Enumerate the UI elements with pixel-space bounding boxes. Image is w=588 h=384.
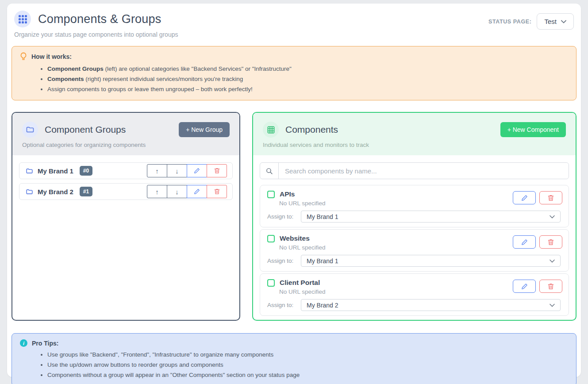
components-grid-icon: [14, 11, 31, 27]
component-name: Client Portal: [280, 279, 320, 287]
group-order-badge: #0: [80, 166, 92, 176]
chevron-down-icon: [550, 215, 555, 219]
pencil-icon: [521, 283, 528, 290]
info-icon: i: [20, 339, 27, 347]
component-checkbox[interactable]: [267, 279, 275, 287]
group-name: My Brand 1: [38, 167, 73, 175]
folder-icon: [26, 167, 33, 175]
assigned-group-value: My Brand 1: [307, 257, 338, 265]
delete-component-button[interactable]: [539, 191, 562, 204]
components-panel: Components + New Component Individual se…: [252, 112, 576, 321]
assign-group-select[interactable]: My Brand 1: [301, 211, 561, 223]
move-up-button[interactable]: ↑: [147, 185, 167, 198]
pro-tip-item: Components without a group will appear i…: [47, 370, 568, 380]
assigned-group-value: My Brand 1: [307, 213, 338, 220]
pro-tips-title: Pro Tips:: [32, 340, 58, 347]
assign-group-select[interactable]: My Brand 2: [301, 299, 561, 311]
edit-group-button[interactable]: [187, 164, 207, 177]
trash-icon: [214, 168, 220, 174]
status-page-select[interactable]: Test: [537, 13, 574, 30]
trash-icon: [548, 239, 554, 246]
chevron-down-icon: [550, 259, 555, 263]
group-row: My Brand 1 #0 ↑ ↓: [19, 162, 233, 179]
chevron-down-icon: [561, 20, 566, 23]
edit-component-button[interactable]: [513, 280, 536, 293]
new-component-button[interactable]: + New Component: [500, 122, 566, 137]
status-page-value: Test: [544, 18, 557, 25]
pencil-icon: [521, 195, 528, 201]
main-card: Components & Groups Organize your status…: [7, 4, 581, 377]
search-icon: [260, 163, 279, 179]
pencil-icon: [194, 168, 200, 174]
how-it-works-item: Assign components to groups or leave the…: [47, 84, 568, 94]
chevron-down-icon: [550, 303, 555, 307]
assign-to-label: Assign to:: [267, 213, 301, 220]
delete-group-button[interactable]: [207, 185, 227, 198]
page-subtitle: Organize your status page components int…: [14, 31, 178, 38]
groups-panel-title: Component Groups: [45, 124, 179, 135]
groups-panel-subtitle: Optional categories for organizing compo…: [22, 142, 230, 148]
component-card: Websites No URL specified Assign to: My …: [260, 229, 569, 272]
how-it-works-box: How it works: Component Groups (left) ar…: [12, 46, 576, 100]
pro-tip-item: Use the up/down arrow buttons to reorder…: [47, 360, 568, 370]
status-page-label: STATUS PAGE:: [488, 19, 531, 25]
assign-to-label: Assign to:: [267, 257, 301, 264]
how-it-works-list: Component Groups (left) are optional cat…: [20, 64, 568, 94]
trash-icon: [548, 195, 554, 201]
pro-tips-box: i Pro Tips: Use groups like "Backend", "…: [12, 333, 576, 384]
move-down-button[interactable]: ↓: [167, 164, 187, 177]
folder-icon: [22, 122, 38, 138]
edit-component-button[interactable]: [513, 235, 536, 249]
how-it-works-title: How it works:: [31, 53, 72, 60]
assign-to-label: Assign to:: [267, 302, 301, 308]
how-it-works-item: Component Groups (left) are optional cat…: [47, 64, 568, 74]
components-panel-title: Components: [285, 124, 500, 135]
component-name: APIs: [280, 190, 295, 198]
assigned-group-value: My Brand 2: [307, 302, 338, 309]
component-groups-panel: Component Groups + New Group Optional ca…: [12, 112, 240, 321]
edit-component-button[interactable]: [513, 191, 536, 204]
pencil-icon: [194, 188, 200, 195]
delete-group-button[interactable]: [207, 164, 227, 177]
how-it-works-item: Components (right) represent individual …: [47, 74, 568, 84]
pencil-icon: [521, 239, 528, 246]
component-name: Websites: [280, 234, 310, 242]
delete-component-button[interactable]: [539, 235, 562, 249]
component-checkbox[interactable]: [267, 191, 275, 198]
search-input[interactable]: [279, 163, 569, 179]
edit-group-button[interactable]: [187, 185, 207, 198]
groups-list: My Brand 1 #0 ↑ ↓ My B: [12, 155, 239, 320]
component-search: [260, 162, 569, 179]
pro-tip-item: Use groups like "Backend", "Frontend", "…: [47, 349, 568, 360]
new-group-button[interactable]: + New Group: [179, 122, 230, 137]
lightbulb-icon: [20, 52, 27, 61]
page-header: Components & Groups Organize your status…: [12, 11, 576, 38]
delete-component-button[interactable]: [539, 280, 562, 293]
page-title: Components & Groups: [38, 12, 161, 26]
trash-icon: [548, 283, 554, 290]
component-card: Client Portal No URL specified Assign to…: [260, 273, 569, 316]
assign-group-select[interactable]: My Brand 1: [301, 255, 561, 267]
move-down-button[interactable]: ↓: [167, 185, 187, 198]
folder-icon: [26, 188, 33, 196]
move-up-button[interactable]: ↑: [147, 164, 167, 177]
table-icon: [263, 122, 279, 138]
group-order-badge: #1: [80, 187, 92, 196]
trash-icon: [214, 188, 220, 195]
component-checkbox[interactable]: [267, 235, 275, 242]
components-panel-subtitle: Individual services and monitors to trac…: [263, 142, 566, 148]
component-card: APIs No URL specified Assign to: My Bran…: [260, 185, 569, 227]
pro-tips-list: Use groups like "Backend", "Frontend", "…: [20, 349, 568, 380]
group-row: My Brand 2 #1 ↑ ↓: [19, 183, 233, 200]
group-name: My Brand 2: [38, 188, 73, 196]
